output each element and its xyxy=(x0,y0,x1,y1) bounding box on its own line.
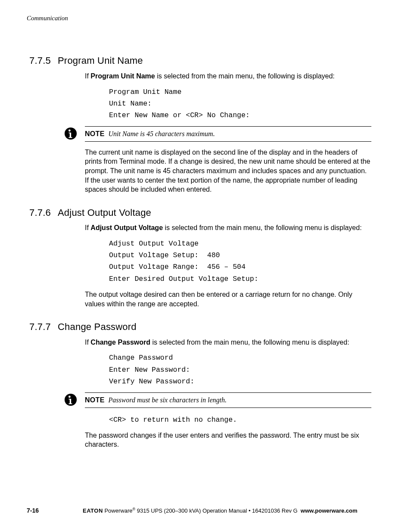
brand: EATON xyxy=(83,507,103,514)
text: is selected from the main menu, the foll… xyxy=(163,224,362,231)
section-heading: 7.7.7 Change Password xyxy=(27,320,371,333)
text: is selected from the main menu, the foll… xyxy=(150,339,349,346)
section-title: Adjust Output Voltage xyxy=(58,206,151,219)
note-block: NOTE Password must be six characters in … xyxy=(85,392,371,408)
section-number: 7.7.5 xyxy=(27,54,58,67)
section-adjust-output-voltage: 7.7.6 Adjust Output Voltage If Adjust Ou… xyxy=(27,206,371,308)
section-program-unit-name: 7.7.5 Program Unit Name If Program Unit … xyxy=(27,54,371,194)
note-text: Unit Name is 45 characters maximum. xyxy=(109,130,215,137)
section-body: If Adjust Output Voltage is selected fro… xyxy=(85,223,371,308)
section-heading: 7.7.6 Adjust Output Voltage xyxy=(27,206,371,219)
bold-term: Adjust Output Voltage xyxy=(90,224,163,231)
rule xyxy=(85,408,371,408)
section-body: If Program Unit Name is selected from th… xyxy=(85,72,371,121)
text: Powerware xyxy=(103,507,133,514)
intro-paragraph: If Change Password is selected from the … xyxy=(85,338,371,347)
section-body: The current unit name is displayed on th… xyxy=(85,148,371,194)
doc-number: 164201036 Rev G xyxy=(252,507,298,514)
terminal-output: Adjust Output Voltage Output Voltage Set… xyxy=(109,238,371,285)
terminal-output: Program Unit Name Unit Name: Enter New N… xyxy=(109,86,371,121)
info-icon xyxy=(64,393,77,406)
section-title: Program Unit Name xyxy=(58,54,143,67)
section-heading: 7.7.5 Program Unit Name xyxy=(27,54,371,67)
svg-point-1 xyxy=(68,130,71,132)
text: 9315 UPS (200–300 kVA) Operation Manual xyxy=(135,507,247,514)
page: Communication 7.7.5 Program Unit Name If… xyxy=(0,0,411,532)
note-line: NOTE Password must be six characters in … xyxy=(85,393,371,408)
section-number: 7.7.6 xyxy=(27,206,58,219)
note-text: Password must be six characters in lengt… xyxy=(109,396,227,404)
section-title: Change Password xyxy=(58,320,137,333)
paragraph: The password changes if the user enters … xyxy=(85,431,371,449)
paragraph: The output voltage desired can then be e… xyxy=(85,290,371,308)
text: If xyxy=(85,339,90,346)
text: If xyxy=(85,72,90,80)
bold-term: Program Unit Name xyxy=(90,72,155,80)
bold-term: Change Password xyxy=(90,339,150,346)
page-footer: 7-16 EATON Powerware® 9315 UPS (200–300 … xyxy=(27,507,371,515)
section-body: <CR> to return with no change. The passw… xyxy=(85,414,371,449)
section-number: 7.7.7 xyxy=(27,320,58,333)
text: If xyxy=(85,224,90,231)
note-block: NOTE Unit Name is 45 characters maximum. xyxy=(85,126,371,142)
note-line: NOTE Unit Name is 45 characters maximum. xyxy=(85,127,371,141)
running-header: Communication xyxy=(27,14,371,22)
paragraph: The current unit name is displayed on th… xyxy=(85,148,371,194)
section-change-password: 7.7.7 Change Password If Change Password… xyxy=(27,320,371,449)
svg-point-3 xyxy=(68,396,71,398)
info-icon xyxy=(64,127,77,140)
page-number: 7-16 xyxy=(27,507,83,515)
rule xyxy=(85,141,371,142)
section-body: If Change Password is selected from the … xyxy=(85,338,371,387)
separator: • xyxy=(247,507,252,514)
note-label: NOTE xyxy=(85,130,105,137)
terminal-output: Change Password Enter New Password: Veri… xyxy=(109,352,371,387)
text: is selected from the main menu, the foll… xyxy=(155,72,335,80)
intro-paragraph: If Program Unit Name is selected from th… xyxy=(85,72,371,81)
footer-text: EATON Powerware® 9315 UPS (200–300 kVA) … xyxy=(83,507,371,515)
intro-paragraph: If Adjust Output Voltage is selected fro… xyxy=(85,223,371,233)
note-label: NOTE xyxy=(85,396,105,404)
terminal-output: <CR> to return with no change. xyxy=(109,414,371,426)
footer-url: www.powerware.com xyxy=(301,507,358,514)
